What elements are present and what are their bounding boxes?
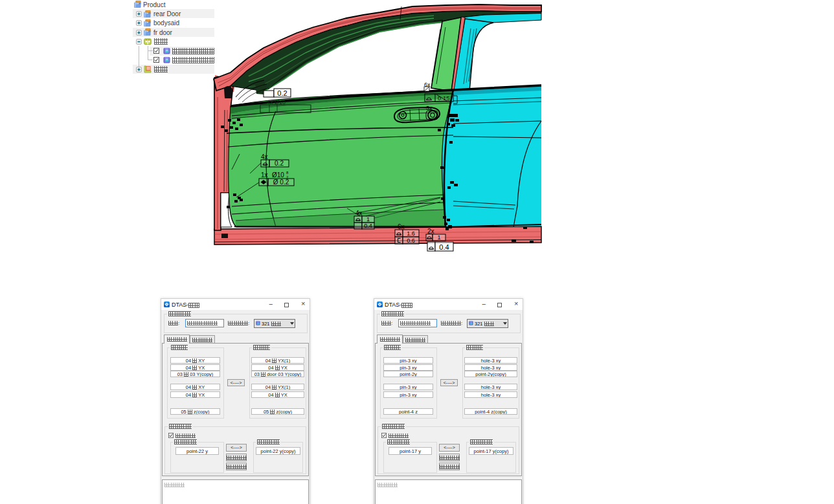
svg-text:0.4: 0.4 — [439, 243, 449, 251]
svg-text:0.15: 0.15 — [438, 94, 450, 102]
svg-text:6x: 6x — [398, 223, 405, 230]
svg-text:1x: 1x — [261, 171, 268, 179]
svg-text:0.2: 0.2 — [277, 89, 287, 97]
svg-text:0.4: 0.4 — [364, 223, 372, 229]
svg-text:1: 1 — [366, 216, 370, 223]
svg-text:1.6: 1.6 — [407, 230, 415, 237]
svg-text:Ø 0.2: Ø 0.2 — [273, 179, 289, 186]
svg-text:1: 1 — [437, 234, 440, 241]
svg-text:3x: 3x — [426, 105, 433, 111]
svg-text:0.2: 0.2 — [275, 160, 284, 167]
svg-text:2x: 2x — [427, 228, 434, 235]
svg-text:4x: 4x — [261, 153, 268, 160]
svg-text:Ø10: Ø10 — [272, 171, 284, 179]
svg-text:0.6: 0.6 — [407, 237, 415, 244]
